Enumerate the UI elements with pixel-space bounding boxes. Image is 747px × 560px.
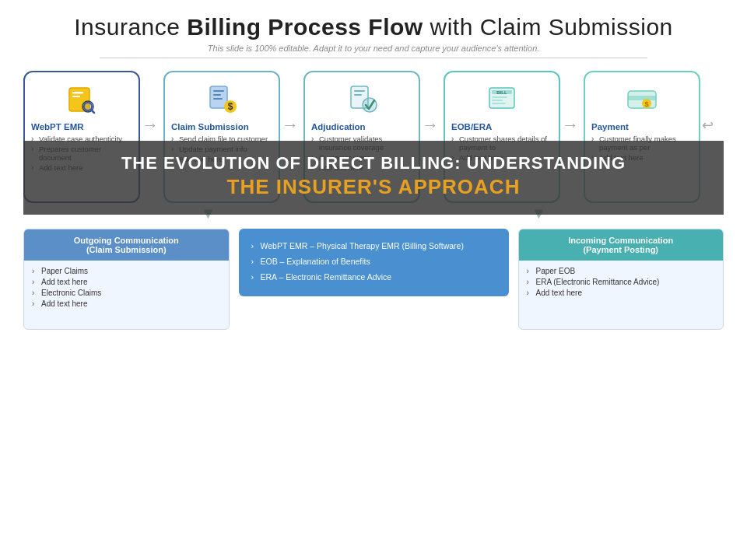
svg-rect-8 — [213, 94, 221, 96]
incoming-comm-box: Incoming Communication (Payment Posting)… — [518, 229, 724, 330]
overlay-banner: THE EVOLUTION OF DIRECT BILLING: UNDERST… — [23, 141, 724, 215]
outgoing-body: Paper Claims Add text here Electronic Cl… — [24, 261, 229, 317]
center-item-3: ERA – Electronic Remittance Advice — [251, 271, 496, 284]
svg-rect-21 — [492, 103, 506, 104]
svg-rect-19 — [492, 96, 507, 98]
subtitle: This slide is 100% editable. Adapt it to… — [31, 44, 716, 53]
overlay-line2: THE INSURER'S APPROACH — [39, 175, 708, 199]
svg-rect-13 — [354, 90, 365, 92]
incoming-header-line2: (Payment Posting) — [527, 245, 716, 254]
incoming-item-1: Paper EOB — [527, 267, 716, 275]
overlay-line1: THE EVOLUTION OF DIRECT BILLING: UNDERST… — [39, 153, 708, 173]
incoming-item-2: ERA (Electronic Remittance Advice) — [527, 278, 716, 286]
step3-title: Adjudication — [311, 122, 366, 131]
step5-title: Payment — [591, 122, 629, 131]
step1-title: WebPT EMR — [31, 122, 84, 131]
step2-title: Claim Submission — [171, 122, 249, 131]
arrow-return: ↩ — [702, 117, 714, 134]
flow-section: WebPT EMR Validate case authenticity Pre… — [23, 71, 724, 203]
outgoing-item-4: Add text here — [32, 299, 221, 308]
center-item-2: EOB – Explanation of Benefits — [251, 255, 496, 268]
svg-rect-20 — [492, 100, 503, 101]
outgoing-header-line2: (Claim Submission) — [32, 245, 221, 254]
svg-rect-2 — [72, 96, 80, 97]
incoming-body: Paper EOB ERA (Electronic Remittance Adv… — [519, 261, 724, 306]
svg-rect-9 — [213, 98, 223, 100]
payment-icon: $ — [623, 80, 661, 117]
bottom-section: Outgoing Communication (Claim Submission… — [23, 229, 724, 330]
arrow-1: → — [142, 115, 159, 135]
header-divider — [100, 58, 647, 58]
svg-text:$: $ — [644, 100, 648, 108]
outgoing-item-1: Paper Claims — [32, 267, 221, 275]
incoming-header: Incoming Communication (Payment Posting) — [519, 229, 724, 261]
arrow-4: → — [562, 115, 579, 135]
incoming-item-3: Add text here — [527, 289, 716, 297]
incoming-header-line1: Incoming Communication — [527, 236, 716, 245]
svg-text:$: $ — [228, 101, 233, 112]
svg-rect-7 — [213, 90, 224, 92]
step4-title: EOB/ERA — [451, 122, 492, 131]
outgoing-item-3: Electronic Claims — [32, 289, 221, 297]
svg-rect-1 — [72, 92, 83, 94]
webpt-emr-icon — [63, 80, 100, 117]
svg-rect-23 — [628, 96, 656, 100]
page-title: Insurance Billing Process Flow with Clai… — [31, 14, 716, 40]
adjudication-icon — [343, 80, 381, 117]
svg-line-5 — [91, 110, 94, 113]
arrow-2: → — [282, 115, 299, 135]
page-header: Insurance Billing Process Flow with Clai… — [0, 0, 747, 63]
svg-text:BILL: BILL — [496, 90, 507, 95]
arrow-3: → — [422, 115, 439, 135]
outgoing-comm-box: Outgoing Communication (Claim Submission… — [23, 229, 230, 330]
center-item-1: WebPT EMR – Physical Therapy EMR (Billin… — [251, 240, 496, 253]
svg-rect-14 — [354, 94, 362, 96]
outgoing-header: Outgoing Communication (Claim Submission… — [24, 229, 229, 261]
claim-submission-icon: $ — [203, 80, 240, 117]
outgoing-header-line1: Outgoing Communication — [32, 236, 221, 245]
outgoing-item-2: Add text here — [32, 278, 221, 286]
eob-era-icon: BILL — [483, 80, 521, 117]
center-info-box: WebPT EMR – Physical Therapy EMR (Billin… — [239, 229, 509, 296]
